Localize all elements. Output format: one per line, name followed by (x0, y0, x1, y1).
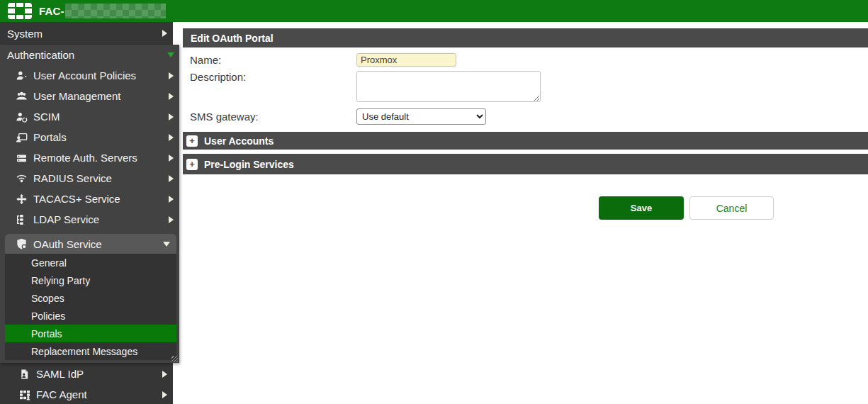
chevron-down-icon (163, 242, 170, 247)
sidebar-item-label: TACACS+ Service (33, 193, 120, 205)
sidebar-item-label: LDAP Service (33, 213, 99, 225)
expand-plus-icon[interactable]: + (186, 135, 198, 147)
sidebar-item-label: Portals (33, 131, 67, 143)
sidebar-item-fac-agent[interactable]: FAC Agent (0, 384, 173, 404)
page-title-bar: Edit OAuth Portal (183, 28, 868, 47)
chevron-right-icon (162, 371, 167, 378)
tree-icon (15, 213, 28, 225)
users-icon (15, 90, 28, 102)
sidebar-item-label: User Account Policies (33, 69, 136, 82)
sidebar-item-oauth-service[interactable]: OAuth Service (5, 234, 176, 254)
sidebar-item-oauth-policies[interactable]: Policies (5, 307, 176, 325)
sidebar-item-oauth-replacement-messages[interactable]: Replacement Messages (5, 342, 176, 360)
user-accounts-section-header[interactable]: + User Accounts (183, 132, 868, 150)
section-label: User Accounts (204, 135, 274, 147)
sidebar-item-scim[interactable]: SCIM (0, 106, 179, 127)
sidebar-item-label: OAuth Service (33, 238, 102, 250)
sidebar-item-oauth-portals-active[interactable]: Portals (5, 325, 176, 342)
description-label: Description: (190, 71, 246, 83)
panel-resize-handle[interactable] (171, 356, 178, 362)
sidebar-item-portals[interactable]: Portals (0, 127, 179, 147)
save-button[interactable]: Save (599, 196, 684, 220)
sidebar-item-user-management[interactable]: User Management (0, 86, 179, 106)
user-wrench-icon (15, 69, 28, 82)
sidebar-item-label: FAC Agent (36, 388, 87, 400)
sidebar-item-oauth-scopes[interactable]: Scopes (5, 289, 176, 307)
sidebar-item-saml-idp[interactable]: SAML IdP (0, 364, 173, 384)
description-textarea[interactable] (356, 71, 541, 102)
sidebar-item-label: System (7, 28, 43, 40)
chevron-right-icon (162, 30, 167, 37)
name-input[interactable] (356, 53, 456, 67)
sidebar-item-label: Scopes (31, 293, 64, 304)
sidebar-item-tacacs-service[interactable]: TACACS+ Service (0, 189, 179, 209)
chevron-right-icon (162, 391, 167, 398)
sidebar-item-label: SAML IdP (36, 368, 84, 380)
wifi-icon (15, 172, 28, 184)
user-screen-icon (15, 131, 28, 143)
sidebar-item-label: Policies (31, 310, 65, 322)
sidebar-item-system[interactable]: System (0, 22, 173, 45)
sidebar-item-user-account-policies[interactable]: User Account Policies (0, 65, 179, 86)
authentication-panel: Authentication User Account Policies Use… (0, 45, 179, 363)
sms-gateway-label: SMS gateway: (190, 111, 259, 123)
sidebar-item-label: User Management (33, 90, 120, 102)
sidebar-item-radius-service[interactable]: RADIUS Service (0, 168, 179, 189)
grid-user-icon (18, 388, 31, 400)
fortinet-grid-logo-icon (8, 3, 32, 20)
chevron-right-icon (169, 72, 174, 79)
sidebar-item-label: General (31, 257, 67, 269)
shield-icon (15, 238, 28, 250)
chevron-right-icon (169, 113, 174, 120)
top-bar: FAC- (0, 0, 868, 22)
chevron-right-icon (169, 196, 174, 203)
sidebar-item-oauth-general[interactable]: General (5, 254, 176, 271)
servers-icon (15, 152, 28, 164)
cross-arrows-icon (15, 193, 28, 205)
name-label: Name: (190, 54, 221, 66)
pre-login-services-section-header[interactable]: + Pre-Login Services (183, 154, 868, 174)
section-label: Pre-Login Services (204, 159, 294, 170)
sidebar-item-label: Replacement Messages (31, 346, 137, 357)
sidebar-item-authentication[interactable]: Authentication (0, 45, 179, 65)
sms-gateway-select[interactable]: Use default (356, 108, 486, 125)
sidebar-item-oauth-relying-party[interactable]: Relying Party (5, 271, 176, 289)
oauth-service-group: OAuth Service General Relying Party Scop… (5, 234, 176, 360)
document-user-icon (18, 368, 31, 380)
chevron-right-icon (169, 134, 174, 141)
sidebar-item-label: Relying Party (31, 275, 90, 286)
page-title: Edit OAuth Portal (191, 33, 274, 44)
fortiauthenticator-app: FAC- System SAML IdP FAC Agent Authentic… (0, 0, 868, 404)
sidebar-item-ldap-service[interactable]: LDAP Service (0, 209, 179, 230)
user-sync-icon (15, 111, 28, 123)
chevron-right-icon (169, 155, 174, 162)
sidebar-item-label: Authentication (7, 49, 74, 61)
chevron-down-icon (167, 52, 174, 57)
redacted-hostname (65, 4, 166, 18)
cancel-button[interactable]: Cancel (689, 196, 774, 220)
sidebar-item-remote-auth-servers[interactable]: Remote Auth. Servers (0, 147, 179, 168)
chevron-right-icon (169, 93, 174, 100)
product-name: FAC- (39, 5, 64, 17)
oauth-submenu: General Relying Party Scopes Policies Po… (5, 254, 176, 360)
chevron-right-icon (169, 175, 174, 182)
sidebar-item-label: Portals (31, 328, 62, 340)
sidebar-item-label: SCIM (33, 111, 60, 123)
sidebar-item-label: Remote Auth. Servers (33, 152, 137, 164)
expand-plus-icon[interactable]: + (186, 159, 198, 170)
chevron-right-icon (169, 216, 174, 223)
sidebar-item-label: RADIUS Service (33, 172, 112, 184)
